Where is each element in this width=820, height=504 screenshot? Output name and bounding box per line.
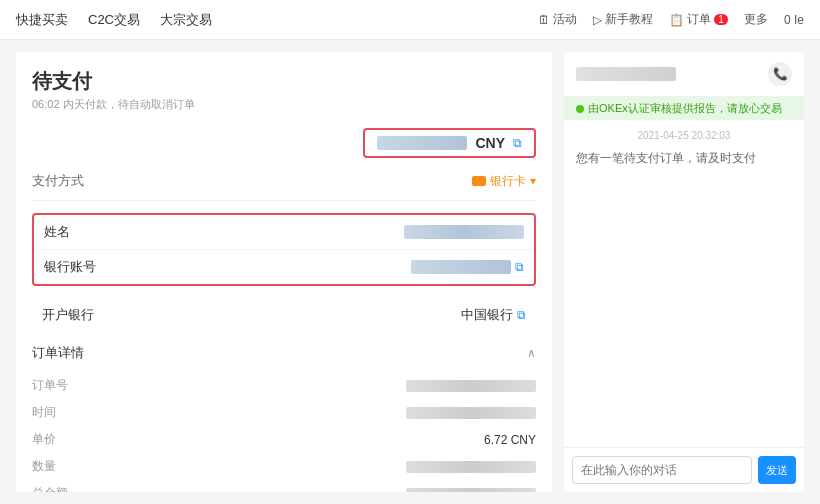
nav-activity[interactable]: 🗓 活动 (538, 11, 577, 28)
amount-currency: CNY (475, 135, 505, 151)
main-content: 待支付 06:02 内天付款，待自动取消订单 CNY ⧉ 支付方式 银行卡 ▾ … (0, 40, 820, 504)
verified-banner: 由OKEx认证审核提供报告，请放心交易 (564, 97, 804, 120)
order-number-blur (406, 380, 536, 392)
name-value-blur (404, 225, 524, 239)
total-label: 总金额 (32, 485, 68, 492)
bank-name-label: 开户银行 (42, 306, 94, 324)
copy-icon[interactable]: ⧉ (513, 136, 522, 150)
verified-text: 由OKEx认证审核提供报告，请放心交易 (588, 101, 782, 116)
chat-input-area: 发送 (564, 447, 804, 492)
nav-more[interactable]: 更多 (744, 11, 768, 28)
orders-icon: 📋 (669, 13, 684, 27)
chat-timestamp: 2021-04-25 20:32:03 (576, 130, 792, 141)
unit-price-label: 单价 (32, 431, 56, 448)
bank-tag[interactable]: 银行卡 ▾ (472, 173, 536, 190)
order-number-row: 订单号 (32, 372, 536, 399)
chat-messages: 2021-04-25 20:32:03 您有一笔待支付订单，请及时支付 (564, 120, 804, 447)
amount-row: CNY ⧉ (32, 128, 536, 158)
time-blur (406, 407, 536, 419)
chat-user-blur (576, 67, 676, 81)
chat-input[interactable] (572, 456, 752, 484)
total-row: 总金额 (32, 480, 536, 492)
left-panel: 待支付 06:02 内天付款，待自动取消订单 CNY ⧉ 支付方式 银行卡 ▾ … (16, 52, 552, 492)
bank-account-value: ⧉ (411, 260, 524, 274)
nav-orders[interactable]: 📋 订单 1 (669, 11, 728, 28)
order-number-label: 订单号 (32, 377, 68, 394)
nav-tutorial[interactable]: ▷ 新手教程 (593, 11, 653, 28)
chat-header: 📞 (564, 52, 804, 97)
bank-name-copy-icon[interactable]: ⧉ (517, 308, 526, 322)
unit-price-value: 6.72 CNY (484, 433, 536, 447)
chat-message: 您有一笔待支付订单，请及时支付 (576, 149, 792, 167)
chevron-up-icon: ∧ (527, 346, 536, 360)
info-section: 姓名 银行账号 ⧉ (32, 213, 536, 286)
quantity-label: 数量 (32, 458, 56, 475)
quantity-blur (406, 461, 536, 473)
bank-account-row: 银行账号 ⧉ (34, 250, 534, 284)
bank-name-value: 中国银行 ⧉ (461, 306, 526, 324)
right-panel: 📞 由OKEx认证审核提供报告，请放心交易 2021-04-25 20:32:0… (564, 52, 804, 492)
payment-method-row: 支付方式 银行卡 ▾ (32, 172, 536, 201)
phone-icon[interactable]: 📞 (768, 62, 792, 86)
nav-bulk-trade[interactable]: 大宗交易 (160, 11, 212, 29)
chat-send-button[interactable]: 发送 (758, 456, 796, 484)
verified-dot (576, 105, 584, 113)
amount-value-blur (377, 136, 467, 150)
bank-name-row: 开户银行 中国银行 ⧉ (32, 298, 536, 332)
total-blur (406, 488, 536, 493)
chevron-down-icon: ▾ (530, 174, 536, 188)
amount-box: CNY ⧉ (363, 128, 536, 158)
bank-account-label: 银行账号 (44, 258, 96, 276)
name-row: 姓名 (34, 215, 534, 250)
name-label: 姓名 (44, 223, 70, 241)
tutorial-icon: ▷ (593, 13, 602, 27)
time-row: 时间 (32, 399, 536, 426)
order-details-title: 订单详情 (32, 344, 84, 362)
time-label: 时间 (32, 404, 56, 421)
quantity-row: 数量 (32, 453, 536, 480)
bank-card-icon (472, 176, 486, 186)
top-nav: 快捷买卖 C2C交易 大宗交易 🗓 活动 ▷ 新手教程 📋 订单 1 更多 0 … (0, 0, 820, 40)
nav-quick-trade[interactable]: 快捷买卖 (16, 11, 68, 29)
bank-account-copy-icon[interactable]: ⧉ (515, 260, 524, 274)
nav-lang[interactable]: 0 Ie (784, 13, 804, 27)
orders-badge: 1 (714, 14, 728, 25)
nav-c2c[interactable]: C2C交易 (88, 11, 140, 29)
nav-right: 🗓 活动 ▷ 新手教程 📋 订单 1 更多 0 Ie (538, 11, 804, 28)
bank-account-blur (411, 260, 511, 274)
page-title: 待支付 (32, 68, 536, 95)
order-details-header[interactable]: 订单详情 ∧ (32, 344, 536, 362)
bank-tag-label: 银行卡 (490, 173, 526, 190)
activity-icon: 🗓 (538, 13, 550, 27)
payment-method-label: 支付方式 (32, 172, 84, 190)
page-subtitle: 06:02 内天付款，待自动取消订单 (32, 97, 536, 112)
unit-price-row: 单价 6.72 CNY (32, 426, 536, 453)
